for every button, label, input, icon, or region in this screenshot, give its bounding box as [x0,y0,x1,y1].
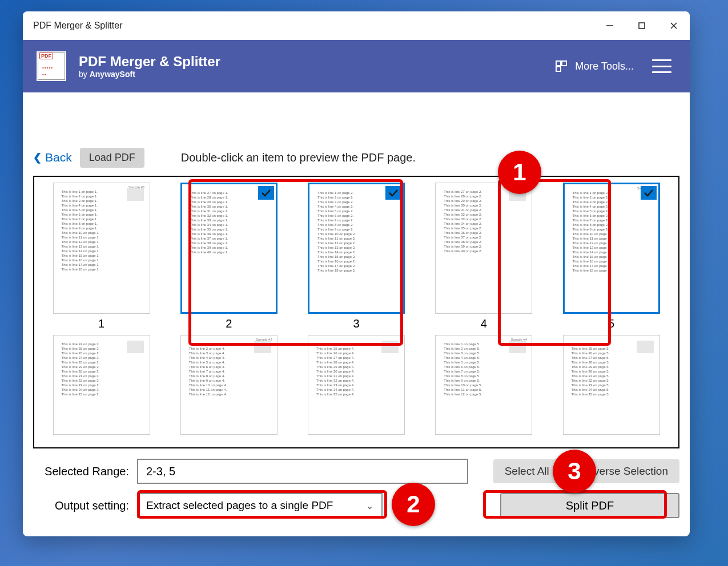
titlebar: PDF Merger & Splitter [23,11,690,40]
app-subtitle: by AnywaySoft [79,70,220,79]
selected-range-label: Selected Range: [33,465,129,478]
select-checkbox[interactable] [509,341,526,353]
page-thumbnail[interactable]: This is line 24 on page 4.This is line 2… [301,335,412,435]
page-thumbnail[interactable]: Sample #2This is line 1 on page 3.This i… [556,183,667,330]
window-title: PDF Merger & Splitter [33,21,122,31]
split-pdf-button[interactable]: Split PDF [500,493,679,518]
page-number: 4 [481,317,487,330]
annotation-badge-1: 1 [498,151,541,194]
output-setting-value: Extract selected pages to a single PDF [146,499,333,512]
minimize-button[interactable] [594,11,626,40]
ad-banner-area [23,92,690,143]
check-icon [641,186,657,200]
annotation-badge-2: 2 [392,483,435,526]
output-setting-label: Output setting: [33,499,129,512]
app-title: PDF Merger & Splitter [79,54,220,70]
page-number: 3 [353,317,359,330]
page-thumbnail[interactable]: This is line 27 on page 1.This is line 2… [173,183,284,330]
select-checkbox[interactable] [637,341,654,353]
app-logo-icon: PDF [37,51,66,81]
more-tools-label: More Tools... [575,60,634,72]
page-number: 1 [98,317,104,330]
select-checkbox[interactable] [127,188,144,201]
close-button[interactable] [658,11,690,40]
page-thumbnail[interactable]: Sample #1This is line 1 on page 1.This i… [46,183,157,330]
page-number: 5 [608,317,614,330]
maximize-button[interactable] [626,11,658,40]
page-thumbnail[interactable]: This is line 24 on page 3.This is line 2… [46,335,157,435]
back-button[interactable]: ❮ Back [33,151,72,164]
svg-rect-4 [556,61,561,66]
hamburger-menu-icon[interactable] [652,59,671,73]
toolbar: ❮ Back Load PDF Double-click an item to … [23,143,690,172]
more-tools-button[interactable]: More Tools... [554,59,634,73]
back-label: Back [45,151,72,164]
page-thumbnail[interactable]: Sample #4This is line 1 on page 5.This i… [428,335,540,435]
page-thumbnail[interactable]: Sample #3This is line 1 on page 4.This i… [173,335,284,435]
load-pdf-button[interactable]: Load PDF [80,148,144,168]
chevron-left-icon: ❮ [33,151,42,164]
app-window: PDF Merger & Splitter PDF PDF Merger & S… [23,11,690,536]
grid-icon [554,59,568,73]
check-icon [258,186,274,200]
page-thumbnail[interactable]: This is line 24 on page 5.This is line 2… [556,335,667,435]
hint-text: Double-click an item to preview the PDF … [181,151,416,164]
selected-range-input[interactable] [137,459,468,484]
bottom-controls: Selected Range: Select All Reverse Selec… [23,448,690,518]
page-thumbnail[interactable]: This is line 1 on page 2.This is line 2 … [301,183,412,330]
select-checkbox[interactable] [254,341,271,353]
check-icon [385,186,401,200]
page-thumbnail[interactable]: This is line 27 on page 2.This is line 2… [428,183,540,330]
select-checkbox[interactable] [381,341,399,353]
svg-rect-1 [639,23,645,29]
app-header: PDF PDF Merger & Splitter by AnywaySoft … [23,40,690,92]
select-all-button[interactable]: Select All [493,459,561,483]
chevron-down-icon: ⌄ [366,500,373,511]
output-setting-select[interactable]: Extract selected pages to a single PDF ⌄ [137,493,383,518]
svg-rect-6 [556,67,561,71]
select-checkbox[interactable] [127,341,144,353]
pages-panel[interactable]: Sample #1This is line 1 on page 1.This i… [33,176,679,448]
svg-rect-5 [562,61,566,66]
annotation-badge-3: 3 [553,450,596,493]
page-number: 2 [226,317,232,330]
